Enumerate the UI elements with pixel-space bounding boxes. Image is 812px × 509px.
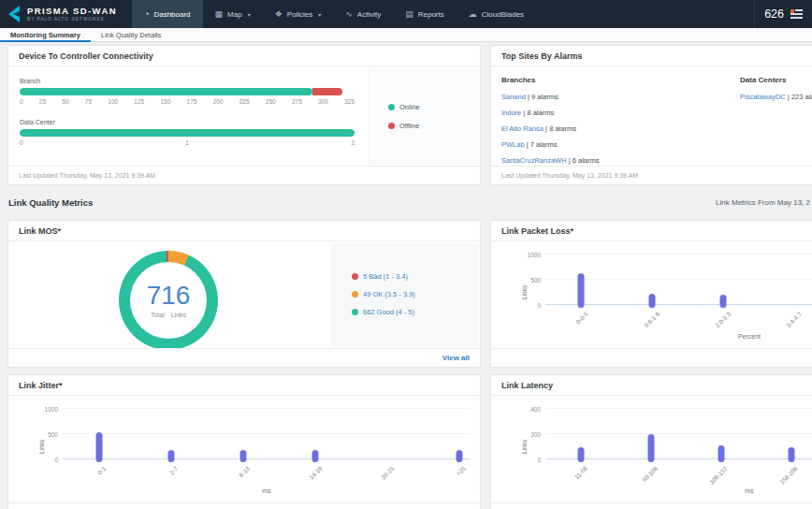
tab-monitoring-summary[interactable]: Monitoring Summary (0, 28, 91, 41)
cloudblades-icon: ☁ (469, 9, 477, 19)
site-link[interactable]: PWLab (501, 140, 525, 149)
x-tick: 0.6-1.9 (616, 307, 688, 331)
site-link[interactable]: Indore (501, 109, 521, 117)
site-alarm-count: | 7 alarms (525, 140, 558, 149)
link-jitter-card: Link Jitter* Links050010000-12-78-1314-1… (7, 374, 481, 509)
site-alarm-count: | 8 alarms (521, 109, 554, 117)
y-tick-label: 400 (530, 406, 541, 413)
legend-dot (352, 273, 358, 280)
x-tick-label: 0.6-1.9 (642, 311, 660, 328)
card-footer: Last Updated Thursday, May 13, 2021 9:39… (8, 166, 480, 184)
card-footer: View all (8, 348, 480, 367)
x-tick-label: 2-7 (168, 465, 180, 476)
plot-area: 0200400 (545, 409, 812, 459)
brand-title: PRISMA SD-WAN (27, 7, 117, 16)
site-link[interactable]: SantaCruzRanzaWH (501, 156, 567, 165)
alarm-count: 626 (764, 7, 784, 21)
brand-text: PRISMA SD-WAN BY PALO ALTO NETWORKS (27, 7, 117, 21)
card-title: Link MOS* (8, 221, 480, 241)
site-alarm-count: | 223 alarms (786, 93, 812, 101)
nav-item-label: Activity (357, 10, 381, 19)
legend-dot (388, 104, 395, 110)
card-footer (491, 502, 812, 509)
axis-tick-label: 100 (108, 98, 118, 105)
axis-tick-label: 1 (185, 139, 189, 146)
site-row: SantaCruzRanzaWH | 6 alarms (501, 156, 599, 165)
tab-link-quality-details[interactable]: Link Quality Details (91, 28, 171, 41)
axis-tick-label: 50 (62, 98, 68, 105)
x-tick: 60-108 (616, 461, 686, 486)
bar-slot (545, 409, 616, 459)
legend-item: Offline (388, 122, 479, 130)
sites-column-header: Branches (501, 76, 599, 84)
nav-item-cloudblades[interactable]: ☁CloudBlades (457, 0, 536, 28)
bar-slot (616, 254, 688, 305)
x-tick: 8-13 (207, 461, 279, 486)
x-tick-label: 60-108 (641, 465, 659, 483)
nav-item-reports[interactable]: ▤Reports (393, 0, 457, 28)
card-title: Device To Controller Connectivity (8, 46, 480, 66)
branches-column: BranchesSanand | 9 alarmsIndore | 8 alar… (501, 76, 599, 172)
site-link[interactable]: Sanand (501, 93, 526, 101)
bar (649, 294, 656, 308)
nav-items: ◔Dashboard▦Map▾❖Policies▾∿Activity▤Repor… (132, 0, 536, 28)
y-tick-label: 0 (54, 457, 58, 463)
site-link[interactable]: El Alto Ransa (501, 124, 544, 133)
x-tick: 3.4-4.7 (759, 307, 812, 331)
activity-icon: ∿ (345, 9, 353, 19)
bar (788, 447, 794, 462)
prisma-logo-icon (7, 5, 22, 23)
y-tick-label: 0 (537, 302, 541, 309)
y-tick-label: 200 (530, 431, 541, 438)
mos-legend-item[interactable]: 5 Bad (1 - 3.4) (352, 272, 479, 281)
section-date-range: Link Metrics From May 13, 2 (716, 198, 810, 207)
brand: PRISMA SD-WAN BY PALO ALTO NETWORKS (0, 0, 132, 28)
card-title: Link Packet Loss* (491, 221, 812, 241)
x-tick-label: 20-25 (380, 465, 396, 481)
dashboard-gauge-icon: ◔ (144, 9, 149, 19)
axis-tick-label: 300 (318, 98, 328, 105)
axis-tick-labels: 012 (20, 139, 355, 146)
total-links-label: Total Links (151, 312, 186, 318)
connectivity-row-label: Branch (20, 78, 355, 84)
mos-donut-chart: 716 Total Links (119, 251, 218, 350)
x-tick-labels: 0-0.50.6-1.92.0-3.33.4-4.7 (545, 307, 812, 331)
mos-legend: 5 Bad (1 - 3.4)49 OK (3.5 - 3.9)662 Good… (331, 242, 479, 346)
bar (720, 295, 727, 308)
card-title: Link Jitter* (8, 375, 480, 396)
plot-area: 05001000 (545, 254, 812, 305)
y-tick-label: 1000 (528, 252, 541, 258)
latency-chart: Links020040011-5960-108109-157158-206ms (491, 396, 812, 504)
card-title: Top Sites By Alarms (491, 46, 812, 66)
card-title: Link Latency (491, 375, 812, 396)
view-all-link[interactable]: View all (442, 354, 470, 362)
nav-item-dashboard[interactable]: ◔Dashboard (132, 0, 203, 28)
nav-item-label: CloudBlades (482, 10, 524, 19)
nav-item-policies[interactable]: ❖Policies▾ (263, 0, 334, 28)
nav-item-map[interactable]: ▦Map▾ (203, 0, 263, 28)
site-link[interactable]: PiscatawayDC (740, 93, 786, 101)
bar (647, 434, 654, 462)
card-footer (8, 502, 480, 509)
axis-tick-label: 75 (85, 98, 92, 105)
y-axis-label: Links (521, 440, 528, 454)
axis-tick-label: 25 (39, 98, 46, 105)
alarm-badge[interactable]: 626 (754, 0, 812, 28)
sites-column-header: Data Centers (740, 76, 812, 84)
chevron-down-icon: ▾ (248, 11, 251, 18)
x-tick: 11-59 (545, 461, 616, 486)
x-tick: 2-7 (135, 461, 207, 486)
bars-area (63, 409, 471, 459)
mos-legend-item[interactable]: 662 Good (4 - 5) (352, 308, 479, 316)
mos-legend-item[interactable]: 49 OK (3.5 - 3.9) (352, 290, 479, 298)
legend-label: 49 OK (3.5 - 3.9) (363, 290, 415, 298)
nav-item-activity[interactable]: ∿Activity (333, 0, 393, 28)
y-tick-label: 500 (48, 431, 58, 438)
connectivity-legend: OnlineOffline (369, 67, 479, 165)
bar (577, 447, 584, 462)
connectivity-bar (20, 129, 355, 137)
x-axis-label: ms (545, 487, 812, 494)
x-tick-label: 0-0.5 (574, 311, 588, 325)
axis-tick-label: 275 (292, 98, 302, 105)
x-tick: 14-19 (279, 461, 351, 486)
